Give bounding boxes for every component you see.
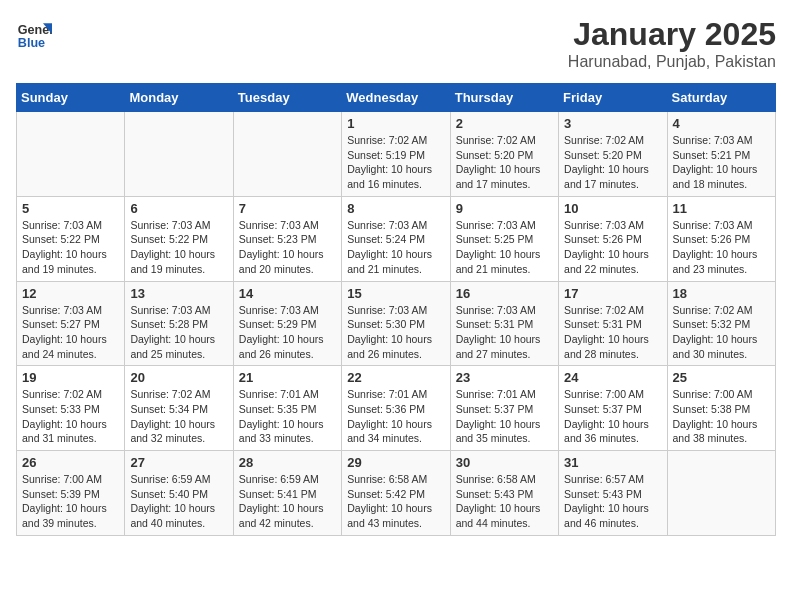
weekday-header: Wednesday xyxy=(342,84,450,112)
day-info: Sunrise: 6:58 AMSunset: 5:43 PMDaylight:… xyxy=(456,472,553,531)
calendar-day-cell: 30Sunrise: 6:58 AMSunset: 5:43 PMDayligh… xyxy=(450,451,558,536)
calendar-day-cell: 12Sunrise: 7:03 AMSunset: 5:27 PMDayligh… xyxy=(17,281,125,366)
calendar-week-row: 26Sunrise: 7:00 AMSunset: 5:39 PMDayligh… xyxy=(17,451,776,536)
day-number: 24 xyxy=(564,370,661,385)
calendar-day-cell: 28Sunrise: 6:59 AMSunset: 5:41 PMDayligh… xyxy=(233,451,341,536)
day-number: 19 xyxy=(22,370,119,385)
day-info: Sunrise: 7:02 AMSunset: 5:31 PMDaylight:… xyxy=(564,303,661,362)
day-info: Sunrise: 6:58 AMSunset: 5:42 PMDaylight:… xyxy=(347,472,444,531)
calendar-day-cell: 14Sunrise: 7:03 AMSunset: 5:29 PMDayligh… xyxy=(233,281,341,366)
page-header: General Blue January 2025 Harunabad, Pun… xyxy=(16,16,776,71)
day-info: Sunrise: 7:03 AMSunset: 5:23 PMDaylight:… xyxy=(239,218,336,277)
day-info: Sunrise: 7:03 AMSunset: 5:26 PMDaylight:… xyxy=(673,218,770,277)
day-number: 17 xyxy=(564,286,661,301)
day-number: 11 xyxy=(673,201,770,216)
day-info: Sunrise: 7:01 AMSunset: 5:36 PMDaylight:… xyxy=(347,387,444,446)
day-info: Sunrise: 7:01 AMSunset: 5:37 PMDaylight:… xyxy=(456,387,553,446)
day-info: Sunrise: 7:00 AMSunset: 5:39 PMDaylight:… xyxy=(22,472,119,531)
calendar-day-cell: 15Sunrise: 7:03 AMSunset: 5:30 PMDayligh… xyxy=(342,281,450,366)
weekday-header: Friday xyxy=(559,84,667,112)
calendar-day-cell: 8Sunrise: 7:03 AMSunset: 5:24 PMDaylight… xyxy=(342,196,450,281)
day-number: 25 xyxy=(673,370,770,385)
calendar-day-cell: 11Sunrise: 7:03 AMSunset: 5:26 PMDayligh… xyxy=(667,196,775,281)
calendar-day-cell: 5Sunrise: 7:03 AMSunset: 5:22 PMDaylight… xyxy=(17,196,125,281)
day-number: 30 xyxy=(456,455,553,470)
calendar-table: SundayMondayTuesdayWednesdayThursdayFrid… xyxy=(16,83,776,536)
calendar-day-cell: 19Sunrise: 7:02 AMSunset: 5:33 PMDayligh… xyxy=(17,366,125,451)
calendar-day-cell: 20Sunrise: 7:02 AMSunset: 5:34 PMDayligh… xyxy=(125,366,233,451)
day-number: 8 xyxy=(347,201,444,216)
calendar-day-cell: 16Sunrise: 7:03 AMSunset: 5:31 PMDayligh… xyxy=(450,281,558,366)
day-number: 6 xyxy=(130,201,227,216)
weekday-header: Monday xyxy=(125,84,233,112)
calendar-day-cell: 9Sunrise: 7:03 AMSunset: 5:25 PMDaylight… xyxy=(450,196,558,281)
day-number: 13 xyxy=(130,286,227,301)
day-number: 29 xyxy=(347,455,444,470)
day-info: Sunrise: 6:59 AMSunset: 5:40 PMDaylight:… xyxy=(130,472,227,531)
calendar-day-cell xyxy=(667,451,775,536)
calendar-day-cell: 21Sunrise: 7:01 AMSunset: 5:35 PMDayligh… xyxy=(233,366,341,451)
day-info: Sunrise: 7:03 AMSunset: 5:29 PMDaylight:… xyxy=(239,303,336,362)
day-info: Sunrise: 7:02 AMSunset: 5:34 PMDaylight:… xyxy=(130,387,227,446)
day-number: 22 xyxy=(347,370,444,385)
day-number: 7 xyxy=(239,201,336,216)
title-block: January 2025 Harunabad, Punjab, Pakistan xyxy=(568,16,776,71)
weekday-header: Sunday xyxy=(17,84,125,112)
calendar-day-cell: 29Sunrise: 6:58 AMSunset: 5:42 PMDayligh… xyxy=(342,451,450,536)
calendar-day-cell xyxy=(125,112,233,197)
weekday-header: Tuesday xyxy=(233,84,341,112)
day-number: 4 xyxy=(673,116,770,131)
calendar-day-cell: 26Sunrise: 7:00 AMSunset: 5:39 PMDayligh… xyxy=(17,451,125,536)
weekday-header-row: SundayMondayTuesdayWednesdayThursdayFrid… xyxy=(17,84,776,112)
calendar-day-cell: 4Sunrise: 7:03 AMSunset: 5:21 PMDaylight… xyxy=(667,112,775,197)
calendar-day-cell: 10Sunrise: 7:03 AMSunset: 5:26 PMDayligh… xyxy=(559,196,667,281)
day-info: Sunrise: 7:03 AMSunset: 5:24 PMDaylight:… xyxy=(347,218,444,277)
calendar-week-row: 5Sunrise: 7:03 AMSunset: 5:22 PMDaylight… xyxy=(17,196,776,281)
calendar-day-cell: 24Sunrise: 7:00 AMSunset: 5:37 PMDayligh… xyxy=(559,366,667,451)
day-number: 21 xyxy=(239,370,336,385)
day-info: Sunrise: 7:02 AMSunset: 5:33 PMDaylight:… xyxy=(22,387,119,446)
calendar-title: January 2025 xyxy=(568,16,776,53)
day-info: Sunrise: 7:02 AMSunset: 5:32 PMDaylight:… xyxy=(673,303,770,362)
calendar-day-cell: 27Sunrise: 6:59 AMSunset: 5:40 PMDayligh… xyxy=(125,451,233,536)
day-number: 3 xyxy=(564,116,661,131)
calendar-day-cell: 23Sunrise: 7:01 AMSunset: 5:37 PMDayligh… xyxy=(450,366,558,451)
day-info: Sunrise: 7:03 AMSunset: 5:31 PMDaylight:… xyxy=(456,303,553,362)
calendar-day-cell: 6Sunrise: 7:03 AMSunset: 5:22 PMDaylight… xyxy=(125,196,233,281)
day-info: Sunrise: 7:03 AMSunset: 5:25 PMDaylight:… xyxy=(456,218,553,277)
svg-text:Blue: Blue xyxy=(18,36,45,50)
calendar-day-cell xyxy=(17,112,125,197)
weekday-header: Thursday xyxy=(450,84,558,112)
day-number: 16 xyxy=(456,286,553,301)
calendar-day-cell: 1Sunrise: 7:02 AMSunset: 5:19 PMDaylight… xyxy=(342,112,450,197)
calendar-day-cell: 13Sunrise: 7:03 AMSunset: 5:28 PMDayligh… xyxy=(125,281,233,366)
calendar-day-cell: 2Sunrise: 7:02 AMSunset: 5:20 PMDaylight… xyxy=(450,112,558,197)
day-number: 27 xyxy=(130,455,227,470)
day-info: Sunrise: 6:59 AMSunset: 5:41 PMDaylight:… xyxy=(239,472,336,531)
day-number: 28 xyxy=(239,455,336,470)
logo-icon: General Blue xyxy=(16,16,52,52)
day-number: 31 xyxy=(564,455,661,470)
day-number: 9 xyxy=(456,201,553,216)
calendar-day-cell: 7Sunrise: 7:03 AMSunset: 5:23 PMDaylight… xyxy=(233,196,341,281)
day-info: Sunrise: 6:57 AMSunset: 5:43 PMDaylight:… xyxy=(564,472,661,531)
calendar-day-cell: 25Sunrise: 7:00 AMSunset: 5:38 PMDayligh… xyxy=(667,366,775,451)
day-number: 10 xyxy=(564,201,661,216)
day-number: 12 xyxy=(22,286,119,301)
calendar-day-cell: 3Sunrise: 7:02 AMSunset: 5:20 PMDaylight… xyxy=(559,112,667,197)
day-info: Sunrise: 7:03 AMSunset: 5:30 PMDaylight:… xyxy=(347,303,444,362)
calendar-day-cell xyxy=(233,112,341,197)
day-number: 18 xyxy=(673,286,770,301)
day-number: 15 xyxy=(347,286,444,301)
day-number: 26 xyxy=(22,455,119,470)
calendar-day-cell: 31Sunrise: 6:57 AMSunset: 5:43 PMDayligh… xyxy=(559,451,667,536)
day-info: Sunrise: 7:03 AMSunset: 5:21 PMDaylight:… xyxy=(673,133,770,192)
calendar-subtitle: Harunabad, Punjab, Pakistan xyxy=(568,53,776,71)
day-info: Sunrise: 7:00 AMSunset: 5:38 PMDaylight:… xyxy=(673,387,770,446)
day-info: Sunrise: 7:02 AMSunset: 5:19 PMDaylight:… xyxy=(347,133,444,192)
day-number: 23 xyxy=(456,370,553,385)
day-info: Sunrise: 7:03 AMSunset: 5:26 PMDaylight:… xyxy=(564,218,661,277)
day-info: Sunrise: 7:03 AMSunset: 5:22 PMDaylight:… xyxy=(130,218,227,277)
day-info: Sunrise: 7:03 AMSunset: 5:27 PMDaylight:… xyxy=(22,303,119,362)
day-info: Sunrise: 7:03 AMSunset: 5:22 PMDaylight:… xyxy=(22,218,119,277)
